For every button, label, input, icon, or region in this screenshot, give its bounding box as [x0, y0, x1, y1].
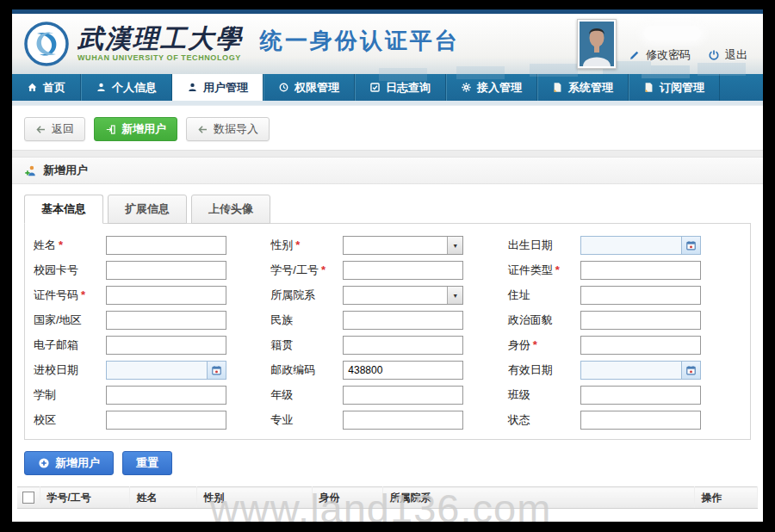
- grade-input[interactable]: [343, 386, 463, 405]
- email-field: 电子邮箱*: [34, 336, 270, 355]
- form-column: 出生日期* 证件类型* 住址* 政治面貌* 身份*: [508, 236, 745, 430]
- political-status-input[interactable]: [580, 311, 701, 330]
- campus-field: 校区*: [34, 411, 270, 430]
- native-place-input[interactable]: [343, 336, 463, 355]
- birth-date-field: 出生日期*: [508, 236, 745, 255]
- user-area: 修改密码 退出: [577, 19, 747, 69]
- clock-icon: [278, 82, 289, 93]
- campus-card-input[interactable]: [106, 261, 226, 280]
- export-icon: [105, 124, 116, 135]
- campus-input[interactable]: [106, 411, 226, 430]
- postal-code-input[interactable]: [343, 361, 463, 380]
- id-number-input[interactable]: [106, 286, 226, 305]
- class-field: 班级*: [508, 386, 745, 405]
- gender-input[interactable]: [343, 236, 463, 255]
- name-input[interactable]: [106, 236, 226, 255]
- reset-button[interactable]: 重置: [122, 451, 172, 475]
- submit-add-user-button[interactable]: 新增用户: [24, 451, 114, 475]
- column-header-gender: 性别: [196, 487, 312, 509]
- data-import-button[interactable]: 数据导入: [186, 117, 270, 141]
- back-arrow-icon: [35, 124, 46, 135]
- nav-item-log-query[interactable]: 日志查询: [355, 74, 446, 101]
- plus-circle-icon: [38, 457, 50, 469]
- dropdown-arrow-icon[interactable]: ▼: [447, 237, 462, 254]
- nav-item-permission[interactable]: 权限管理: [264, 74, 355, 101]
- student-id-field: 学号/工号*: [270, 261, 507, 280]
- divider-band: [12, 150, 763, 158]
- major-input[interactable]: [343, 411, 463, 430]
- id-type-field: 证件类型*: [508, 261, 745, 280]
- nav-item-subscription-mgmt[interactable]: 订阅管理: [629, 74, 720, 101]
- tab-basic-info[interactable]: 基本信息: [24, 195, 103, 224]
- address-input[interactable]: [580, 286, 701, 305]
- study-length-input[interactable]: [106, 386, 226, 405]
- university-logo-icon: [24, 22, 69, 66]
- user-icon: [187, 82, 198, 93]
- student-id-input[interactable]: [343, 261, 463, 280]
- user-name-redacted: [644, 26, 701, 40]
- required-asterisk: *: [321, 263, 326, 276]
- home-icon: [27, 82, 38, 93]
- email-input[interactable]: [106, 336, 226, 355]
- app-window: 武漢理工大學 WUHAN UNIVERSITY OF TECHNOLOGY 统一…: [12, 9, 763, 522]
- department-field: 所属院系* ▼: [270, 286, 507, 305]
- ethnicity-input[interactable]: [343, 311, 463, 330]
- screenshot-frame: 武漢理工大學 WUHAN UNIVERSITY OF TECHNOLOGY 统一…: [0, 0, 775, 532]
- university-name: 武漢理工大學: [78, 26, 243, 52]
- class-input[interactable]: [580, 386, 701, 405]
- section-header: 新增用户: [12, 158, 763, 184]
- tab-extended-info[interactable]: 扩展信息: [108, 195, 187, 224]
- pencil-icon: [629, 49, 641, 61]
- column-header-identity: 身份: [312, 487, 382, 509]
- logout-link[interactable]: 退出: [725, 47, 747, 63]
- empty-table-row: [17, 509, 758, 523]
- toolbar: 返回 新增用户 数据导入: [12, 106, 763, 150]
- id-number-field: 证件号码*: [34, 286, 270, 305]
- id-type-input[interactable]: [580, 261, 701, 280]
- doc-icon: [643, 82, 654, 93]
- university-name-en: WUHAN UNIVERSITY OF TECHNOLOGY: [78, 54, 243, 62]
- add-user-icon: [24, 164, 37, 177]
- dropdown-arrow-icon[interactable]: ▼: [447, 287, 462, 304]
- grade-field: 年级*: [270, 386, 507, 405]
- add-user-toolbar-button[interactable]: 新增用户: [94, 117, 177, 141]
- calendar-icon[interactable]: [207, 362, 226, 379]
- nav-item-user-mgmt[interactable]: 用户管理: [172, 74, 264, 101]
- header: 武漢理工大學 WUHAN UNIVERSITY OF TECHNOLOGY 统一…: [12, 14, 763, 74]
- user-links: 修改密码 退出: [629, 47, 747, 63]
- address-field: 住址*: [508, 286, 745, 305]
- nav-item-access-mgmt[interactable]: 接入管理: [446, 74, 537, 101]
- form-actions: 新增用户 重置: [24, 451, 751, 475]
- person-icon: [96, 82, 107, 93]
- country-input[interactable]: [106, 311, 226, 330]
- valid-date-field: 有效日期*: [508, 361, 745, 380]
- tab-upload-avatar[interactable]: 上传头像: [191, 195, 270, 224]
- ethnicity-field: 民族*: [270, 311, 507, 330]
- status-input[interactable]: [580, 411, 701, 430]
- native-place-field: 籍贯*: [270, 336, 507, 355]
- nav-item-profile[interactable]: 个人信息: [81, 74, 172, 101]
- calendar-icon[interactable]: [681, 237, 700, 254]
- form-column: 姓名* 校园卡号* 证件号码* 国家/地区* 电子邮箱*: [34, 236, 270, 430]
- form-tabs: 基本信息扩展信息上传头像: [24, 195, 751, 224]
- name-field: 姓名*: [34, 236, 270, 255]
- section-title: 新增用户: [43, 163, 88, 178]
- nav-item-system-mgmt[interactable]: 系统管理: [537, 74, 629, 101]
- content: 返回 新增用户 数据导入 新增用户 基本信息扩展信息上传头像 姓名*: [12, 106, 763, 522]
- select-all-cell: [17, 487, 40, 509]
- change-password-link[interactable]: 修改密码: [646, 47, 691, 63]
- platform-title: 统一身份认证平台: [260, 26, 460, 56]
- required-asterisk: *: [295, 238, 300, 251]
- department-input[interactable]: [343, 286, 463, 305]
- calendar-icon[interactable]: [681, 362, 700, 379]
- required-asterisk: *: [59, 238, 63, 251]
- back-button[interactable]: 返回: [24, 117, 85, 141]
- form-column: 性别* ▼ 学号/工号* 所属院系* ▼ 民族* 籍贯*: [270, 236, 507, 430]
- select-all-checkbox[interactable]: [22, 492, 34, 504]
- study-length-field: 学制*: [34, 386, 270, 405]
- entry-date-field: 进校日期*: [34, 361, 270, 380]
- required-asterisk: *: [81, 288, 85, 301]
- identity-input[interactable]: [580, 336, 701, 355]
- nav-item-home[interactable]: 首页: [12, 74, 81, 101]
- column-header-student-id: 学号/工号: [40, 487, 129, 509]
